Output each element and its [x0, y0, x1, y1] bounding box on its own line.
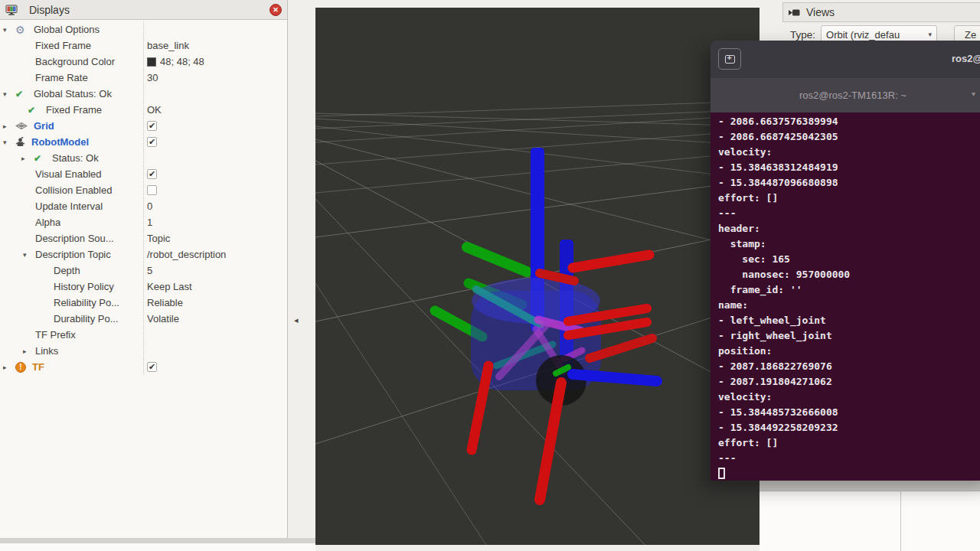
chevron-down-icon: ▾ [929, 31, 933, 38]
robot-model [435, 148, 657, 500]
views-panel-titlebar: Views [782, 2, 980, 22]
property-value[interactable]: Keep Last [147, 281, 192, 292]
display-property-row[interactable]: ▸✔Status: Ok [0, 150, 287, 166]
close-icon[interactable]: ✕ [270, 4, 282, 16]
property-value[interactable]: 48; 48; 48 [160, 56, 204, 67]
property-value[interactable]: 5 [147, 265, 152, 276]
display-property-row[interactable]: ▾RobotModel✔ [0, 134, 287, 150]
terminal-line: effort: [] [718, 191, 980, 206]
property-label: RobotModel [31, 136, 89, 148]
property-label: History Policy [54, 281, 114, 292]
terminal-titlebar[interactable]: ros2@ [710, 41, 980, 78]
property-label: Depth [54, 265, 80, 276]
property-label: Reliability Po... [54, 297, 119, 308]
property-label: Background Color [35, 56, 115, 67]
chevron-down-icon[interactable]: ▾ [3, 90, 15, 98]
terminal-line: --- [718, 451, 980, 466]
property-label: Collision Enabled [35, 184, 112, 196]
checkbox[interactable] [147, 185, 157, 195]
status-ok-check-icon: ✔ [34, 153, 46, 164]
panel-splitter[interactable] [0, 538, 315, 543]
checkbox[interactable]: ✔ [147, 362, 157, 372]
display-property-row[interactable]: Depth5 [0, 262, 287, 279]
robot-model-icon [15, 137, 25, 148]
display-property-row[interactable]: Update Interval0 [0, 198, 287, 214]
terminal-line: - 2087.191804271062 [718, 374, 980, 390]
display-property-row[interactable]: ▾Description Topic/robot_description [0, 246, 287, 262]
display-property-row[interactable]: Collision Enabled [0, 182, 287, 198]
display-property-row[interactable]: Frame Rate30 [0, 70, 287, 86]
terminal-line: - 15.384487096680898 [718, 175, 980, 191]
checkbox[interactable]: ✔ [147, 169, 157, 179]
property-value[interactable]: Topic [147, 233, 170, 244]
checkbox[interactable]: ✔ [147, 137, 157, 147]
chevron-down-icon[interactable]: ▾ [3, 26, 15, 34]
status-ok-check-icon: ✔ [28, 105, 40, 116]
color-swatch[interactable] [147, 57, 156, 67]
property-value[interactable]: 1 [147, 217, 152, 228]
displays-panel-titlebar: Displays ✕ [0, 0, 287, 20]
chevron-right-icon[interactable]: ▸ [3, 364, 15, 371]
display-property-row[interactable]: Visual Enabled✔ [0, 166, 287, 182]
checkbox[interactable]: ✔ [147, 121, 157, 131]
terminal-line: - left_wheel_joint [718, 313, 980, 328]
display-property-row[interactable]: ▸!TF✔ [0, 359, 287, 375]
property-label: Fixed Frame [46, 104, 102, 116]
display-property-row[interactable]: TF Prefix [0, 327, 287, 343]
new-tab-icon [725, 55, 735, 64]
property-label: Visual Enabled [35, 168, 102, 180]
terminal-line: stamp: [718, 236, 980, 252]
display-property-row[interactable]: History PolicyKeep Last [0, 279, 287, 295]
display-property-row[interactable]: ✔Fixed FrameOK [0, 102, 287, 118]
display-property-row[interactable]: ▾⚙Global Options [0, 21, 287, 37]
terminal-cursor [718, 468, 725, 479]
property-label: TF [32, 361, 44, 373]
chevron-right-icon[interactable]: ▸ [23, 347, 35, 355]
terminal-line: velocity: [718, 390, 980, 405]
terminal-tab[interactable]: ros2@ros2-TM1613R: ~ [799, 90, 906, 101]
property-value[interactable]: Reliable [147, 297, 183, 308]
terminal-line: - 2086.6637576389994 [718, 114, 980, 129]
display-property-row[interactable]: Background Color48; 48; 48 [0, 54, 287, 70]
new-tab-button[interactable] [718, 48, 741, 70]
display-property-row[interactable]: Description Sou...Topic [0, 230, 287, 246]
terminal-output[interactable]: - 2086.6637576389994- 2086.6687425042305… [710, 112, 980, 481]
3d-scene[interactable] [315, 8, 760, 545]
chevron-right-icon[interactable]: ▸ [3, 122, 15, 130]
terminal-line: - 15.384638312484919 [718, 160, 980, 175]
display-property-row[interactable]: Alpha1 [0, 214, 287, 230]
bottom-panel-edge [0, 543, 315, 551]
terminal-line: header: [718, 221, 980, 236]
terminal-window[interactable]: ros2@ ros2@ros2-TM1613R: ~ ▾ - 2086.6637… [710, 41, 980, 481]
property-value[interactable]: /robot_description [147, 249, 226, 260]
views-list-divider [900, 491, 901, 551]
3d-viewport[interactable] [315, 8, 760, 545]
terminal-tabbar: ros2@ros2-TM1613R: ~ ▾ [710, 78, 980, 112]
terminal-line: position: [718, 344, 980, 359]
property-value[interactable]: base_link [147, 40, 189, 51]
property-value[interactable]: OK [147, 104, 162, 116]
property-label: Global Status: Ok [34, 88, 112, 99]
display-property-row[interactable]: ▸Links [0, 343, 287, 359]
display-property-row[interactable]: Durability Po...Volatile [0, 311, 287, 327]
chevron-right-icon[interactable]: ▸ [21, 155, 34, 162]
property-label: Global Options [34, 24, 100, 35]
property-label: Links [35, 345, 58, 357]
display-property-row[interactable]: ▸Grid✔ [0, 118, 287, 134]
views-list[interactable] [760, 491, 980, 551]
property-label: Grid [34, 120, 54, 132]
display-property-row[interactable]: Reliability Po...Reliable [0, 295, 287, 311]
chevron-down-icon[interactable]: ▾ [3, 139, 15, 146]
display-property-row[interactable]: Fixed Framebase_link [0, 37, 287, 54]
display-property-row[interactable]: ▾✔Global Status: Ok [0, 86, 287, 102]
property-value[interactable]: Volatile [147, 313, 179, 324]
terminal-line: - 2086.6687425042305 [718, 129, 980, 145]
property-value[interactable]: 0 [147, 201, 152, 212]
property-value[interactable]: 30 [147, 72, 158, 83]
collapse-panel-arrow-icon[interactable]: ◂ [294, 315, 299, 325]
tab-chevron-down-icon[interactable]: ▾ [972, 90, 975, 98]
terminal-line: name: [718, 298, 980, 313]
chevron-down-icon[interactable]: ▾ [23, 251, 35, 259]
displays-monitor-icon [5, 5, 18, 15]
terminal-line: velocity: [718, 145, 980, 160]
